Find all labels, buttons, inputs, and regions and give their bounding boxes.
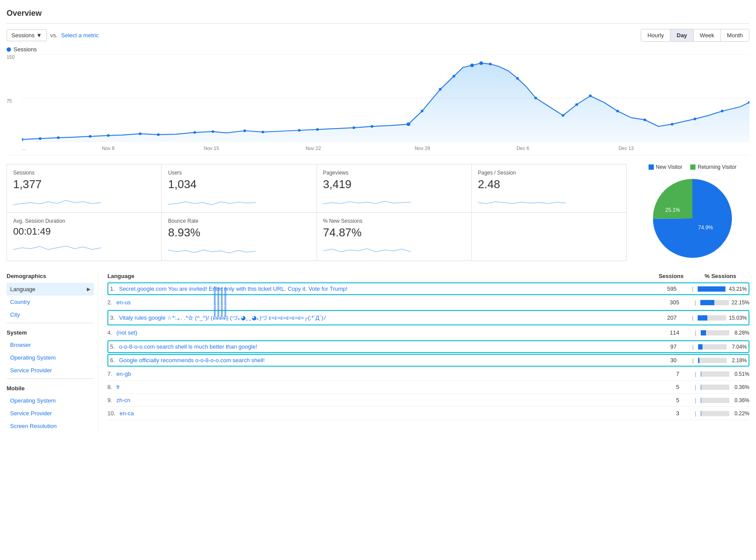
legend-returning-visitor-dot <box>690 164 695 170</box>
time-btn-day[interactable]: Day <box>670 29 694 41</box>
row-pct-cell-3: | 8.28% <box>684 329 749 336</box>
metric-new-sessions-label: % New Sessions <box>323 218 465 224</box>
svg-point-27 <box>562 114 564 117</box>
col-sessions-header: Sessions <box>649 273 684 279</box>
metrics-grid: Sessions 1,377 Users 1,034 Pageviews 3,4… <box>7 164 627 261</box>
pie-legend: New Visitor Returning Visitor <box>649 164 737 170</box>
row-label-cell-3: 4. (not set) <box>107 329 649 336</box>
table-row: 7. en-gb 7 | 0.51% <box>107 367 749 381</box>
legend-returning-visitor-label: Returning Visitor <box>698 164 737 170</box>
sessions-label-row: Sessions <box>7 46 749 53</box>
pie-returning-pct: 25.1% <box>665 207 680 213</box>
sessions-label: Sessions <box>11 32 35 39</box>
table-row: 5. o-o-8-o-o.com search shell is much be… <box>107 340 749 353</box>
time-btn-hourly[interactable]: Hourly <box>641 29 670 41</box>
pct-text-2: 15.03% <box>729 315 747 321</box>
col-language-header: Language <box>107 273 649 279</box>
row-separator-5: | <box>692 357 694 364</box>
pct-text-4: 7.04% <box>729 344 747 350</box>
legend-new-visitor-dot <box>649 164 654 170</box>
x-label-nov15: Nov 15 <box>204 146 219 151</box>
svg-point-10 <box>193 131 196 134</box>
row-pct-cell-9: | 0.22% <box>684 410 749 417</box>
sidebar-item-screen-resolution[interactable]: Screen Resolution <box>7 420 94 432</box>
time-btn-month[interactable]: Month <box>721 29 749 41</box>
legend-returning-visitor: Returning Visitor <box>690 164 737 170</box>
svg-point-17 <box>371 125 373 128</box>
chart-container: 150 75 <box>7 54 749 155</box>
vs-text: vs. <box>50 32 58 39</box>
sidebar-item-service-provider[interactable]: Service Provider <box>7 364 94 377</box>
row-link-4[interactable]: o-o-8-o-o.com search shell is much bette… <box>119 343 257 350</box>
sidebar-item-mobile-os[interactable]: Operating System <box>7 394 94 407</box>
row-label-cell-5: 6. Google officially recommends o-o-8-o-… <box>110 357 646 364</box>
row-num-2: 3. <box>110 314 115 321</box>
sessions-dropdown[interactable]: Sessions ▼ <box>7 29 47 41</box>
row-link-8[interactable]: zh-cn <box>116 397 130 403</box>
row-link-0[interactable]: Secret.google.com You are invited! Enter… <box>119 285 347 292</box>
row-link-2[interactable]: Vitaly rules google ☆*:.｡. .*☆ (^_^)/ (ด… <box>119 314 326 321</box>
y-label-150: 150 <box>7 54 22 60</box>
system-section-title: System <box>7 329 94 336</box>
row-link-5[interactable]: Google officially recommends o-o-8-o-o.c… <box>119 357 264 364</box>
pct-bar-0 <box>698 286 725 292</box>
sidebar-item-country[interactable]: Country <box>7 296 94 308</box>
svg-point-34 <box>721 110 724 112</box>
pct-text-7: 0.36% <box>732 384 749 390</box>
sidebar-item-os[interactable]: Operating System <box>7 351 94 364</box>
metric-new-sessions: % New Sessions 74.87% <box>317 213 472 261</box>
table-row: 1. Secret.google.com You are invited! En… <box>107 282 749 295</box>
pct-text-6: 0.51% <box>732 371 749 377</box>
row-sessions-4: 97 <box>646 343 681 350</box>
row-num-1: 2. <box>107 299 112 306</box>
metric-avg-session-spark <box>13 240 155 253</box>
demographics-title: Demographics <box>7 273 94 279</box>
row-link-9[interactable]: en-ca <box>120 410 134 417</box>
os-label: Operating System <box>10 354 56 361</box>
metric-bounce-rate-label: Bounce Rate <box>168 218 310 224</box>
row-link-7[interactable]: fr <box>116 384 120 390</box>
select-metric-link[interactable]: Select a metric <box>61 32 99 39</box>
pct-bar-5 <box>698 358 699 363</box>
time-btn-week[interactable]: Week <box>694 29 721 41</box>
row-link-6[interactable]: en-gb <box>116 371 131 377</box>
svg-point-13 <box>261 131 264 133</box>
row-label-cell-8: 9. zh-cn <box>107 397 649 403</box>
pct-text-9: 0.22% <box>732 410 749 417</box>
sidebar-item-mobile-service-provider[interactable]: Service Provider <box>7 407 94 420</box>
sidebar-item-language[interactable]: Language ▶ <box>7 283 94 296</box>
table-row: 4. (not set) 114 | 8.28% <box>107 326 749 339</box>
svg-point-7 <box>107 134 110 137</box>
page-title: Overview <box>7 4 749 24</box>
row-link-3[interactable]: (not set) <box>116 329 137 336</box>
service-provider-label: Service Provider <box>10 367 52 374</box>
bottom-section: Demographics Language ▶ Country City Sys… <box>7 273 749 432</box>
pct-bar-8 <box>701 398 701 403</box>
row-num-7: 8. <box>107 384 112 390</box>
sessions-chart-label: Sessions <box>14 46 37 53</box>
metric-pages-session: Pages / Session 2.48 <box>472 164 627 213</box>
row-link-1[interactable]: en-us <box>116 299 131 306</box>
metric-avg-session-value: 00:01:49 <box>13 226 155 237</box>
toolbar: Sessions ▼ vs. Select a metric Hourly Da… <box>7 29 749 42</box>
sidebar-item-city[interactable]: City <box>7 308 94 321</box>
pct-bar-bg-0 <box>698 286 726 292</box>
table-row: 10. en-ca 3 | 0.22% <box>107 407 749 420</box>
svg-point-24 <box>489 63 492 65</box>
sidebar-item-browser[interactable]: Browser <box>7 339 94 351</box>
metric-sessions: Sessions 1,377 <box>7 164 162 213</box>
row-pct-cell-6: | 0.51% <box>684 371 749 377</box>
row-num-3: 4. <box>107 329 112 336</box>
svg-point-22 <box>470 64 474 67</box>
metrics-section: Sessions 1,377 Users 1,034 Pageviews 3,4… <box>7 164 749 262</box>
metric-pages-session-value: 2.48 <box>478 178 620 191</box>
metric-pageviews-value: 3,419 <box>323 178 465 191</box>
row-separator-0: | <box>692 285 693 292</box>
svg-point-32 <box>671 123 674 125</box>
pct-bar-bg-5 <box>698 358 727 363</box>
svg-point-29 <box>589 95 592 97</box>
pct-bar-bg-7 <box>701 385 729 390</box>
row-pct-cell-1: | 22.15% <box>684 299 749 306</box>
row-sessions-1: 305 <box>649 299 684 306</box>
pct-text-8: 0.36% <box>732 397 749 403</box>
